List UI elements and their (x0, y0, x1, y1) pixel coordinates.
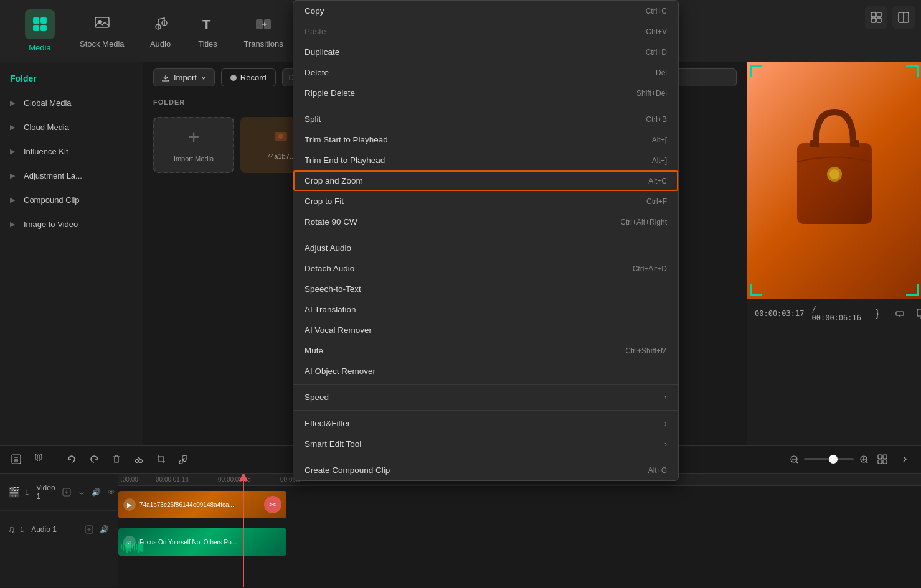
menu-rotate[interactable]: Rotate 90 CW Ctrl+Alt+Right (293, 212, 678, 232)
arrow-icon: ▶ (10, 196, 15, 204)
menu-divider-3 (293, 384, 678, 385)
zoom-minus-icon (789, 454, 799, 464)
profile-icon[interactable] (892, 6, 915, 29)
menu-effect-filter[interactable]: Effect&Filter › (293, 413, 678, 434)
track-link-icon[interactable] (75, 486, 88, 498)
track-eye-icon[interactable]: 👁 (105, 486, 118, 498)
import-button[interactable]: Import (153, 68, 215, 86)
menu-detach-audio[interactable]: Detach Audio Ctrl+Alt+D (293, 258, 678, 279)
current-time: 00:00:03:17 (755, 309, 804, 318)
nav-titles[interactable]: T Titles (184, 7, 232, 55)
add-track-button[interactable] (7, 450, 25, 468)
preview-corner-br (906, 284, 919, 296)
menu-delete-label: Delete (305, 68, 329, 77)
menu-ai-translation[interactable]: AI Translation (293, 299, 678, 320)
track-add-icon[interactable] (60, 486, 73, 498)
timeline-zoom (789, 450, 914, 468)
menu-trim-start[interactable]: Trim Start to Playhead Alt+[ (293, 129, 678, 150)
sidebar-header: Folder (0, 68, 143, 91)
menu-crop-zoom[interactable]: Crop and Zoom Alt+C (293, 170, 678, 191)
svg-rect-37 (878, 455, 882, 459)
nav-transitions[interactable]: Transitions (232, 7, 296, 55)
audio-clip-button[interactable] (175, 450, 192, 468)
import-label: Import (174, 73, 197, 82)
menu-speed[interactable]: Speed › (293, 387, 678, 408)
stock-media-icon (91, 13, 113, 35)
sidebar-item-adjustment-layer[interactable]: ▶ Adjustment La... (0, 164, 143, 188)
menu-crop-fit[interactable]: Crop to Fit Ctrl+F (293, 191, 678, 212)
undo-button[interactable] (63, 450, 80, 468)
svg-rect-3 (40, 25, 47, 31)
menu-divider-4 (293, 410, 678, 411)
sidebar-item-image-to-video[interactable]: ▶ Image to Video (0, 212, 143, 236)
delete-button[interactable] (108, 450, 125, 468)
sidebar-item-influence-kit[interactable]: ▶ Influence Kit (0, 139, 143, 164)
menu-ai-vocal-label: AI Vocal Remover (305, 325, 372, 335)
audio-track-add-icon[interactable] (83, 523, 95, 536)
menu-ai-vocal[interactable]: AI Vocal Remover (293, 320, 678, 340)
zoom-slider[interactable] (804, 458, 854, 460)
menu-ripple-delete[interactable]: Ripple Delete Shift+Del (293, 83, 678, 103)
menu-create-compound-clip[interactable]: Create Compound Clip Alt+G (293, 460, 678, 480)
preview-area (747, 62, 921, 299)
redo-button[interactable] (85, 450, 103, 468)
menu-paste[interactable]: Paste Ctrl+V (293, 21, 678, 42)
menu-speech-text[interactable]: Speech-to-Text (293, 279, 678, 299)
audio-track-volume-icon[interactable]: 🔊 (98, 523, 110, 536)
menu-ripple-delete-shortcut: Shift+Del (636, 89, 667, 98)
track-volume-icon[interactable]: 🔊 (90, 486, 103, 498)
magnet-button[interactable] (30, 450, 47, 468)
zoom-handle[interactable] (829, 455, 838, 464)
add-media-card[interactable]: + Import Media (153, 117, 234, 173)
svg-point-29 (139, 460, 143, 463)
align-icon[interactable] (891, 305, 909, 322)
menu-copy[interactable]: Copy Ctrl+C (293, 1, 678, 21)
arrow-icon: ▶ (10, 147, 15, 156)
record-button[interactable]: Record (221, 68, 276, 86)
menu-paste-shortcut: Ctrl+V (646, 27, 667, 36)
menu-detach-audio-shortcut: Ctrl+Alt+D (633, 264, 667, 273)
menu-mute[interactable]: Mute Ctrl+Shift+M (293, 340, 678, 361)
menu-smart-edit[interactable]: Smart Edit Tool › (293, 434, 678, 454)
menu-delete[interactable]: Delete Del (293, 62, 678, 83)
audio-track: ♫ Focus On Yourself No. Others Po... (118, 523, 921, 561)
svg-point-28 (136, 460, 139, 463)
crop-button[interactable] (153, 450, 170, 468)
menu-adjust-audio[interactable]: Adjust Audio (293, 238, 678, 258)
menu-ai-object[interactable]: AI Object Remover (293, 361, 678, 381)
menu-mute-label: Mute (305, 346, 323, 355)
monitor-icon[interactable] (914, 305, 921, 322)
playhead[interactable] (243, 474, 244, 587)
sidebar-item-compound-clip[interactable]: ▶ Compound Clip (0, 188, 143, 212)
sidebar-item-global-media[interactable]: ▶ Global Media (0, 91, 143, 115)
grid-view-icon[interactable] (865, 6, 887, 29)
bracket-icon[interactable]: } (869, 305, 886, 322)
timeline-arrow-icon[interactable] (896, 450, 914, 468)
video-clip[interactable]: ▶ 74a1b73c26f86144e09148a4fca... ✂ (118, 491, 286, 518)
menu-duplicate[interactable]: Duplicate Ctrl+D (293, 42, 678, 62)
timeline-tracks: :00:00 00:00:01:16 00:00:03:08 00:00:0 ▶… (118, 474, 921, 587)
svg-rect-11 (877, 12, 881, 17)
menu-speed-label: Speed (305, 393, 329, 402)
sidebar-item-label: Influence Kit (24, 147, 68, 156)
scissors-button[interactable] (130, 450, 148, 468)
nav-media[interactable]: Media (12, 3, 67, 58)
menu-crop-fit-shortcut: Ctrl+F (646, 197, 667, 206)
menu-paste-label: Paste (305, 27, 326, 36)
svg-rect-1 (40, 17, 47, 24)
arrow-icon: ▶ (10, 172, 15, 180)
nav-audio[interactable]: Audio (137, 7, 184, 55)
menu-trim-end[interactable]: Trim End to Playhead Alt+] (293, 150, 678, 170)
nav-stock-media[interactable]: Stock Media (67, 7, 137, 55)
timeline-grid-icon[interactable] (874, 450, 891, 468)
menu-duplicate-shortcut: Ctrl+D (646, 48, 667, 57)
sidebar-item-label: Image to Video (24, 220, 78, 229)
zoom-plus-icon (859, 454, 869, 464)
top-right-icons (865, 6, 915, 29)
record-dot (230, 75, 237, 81)
scissors-action-button[interactable]: ✂ (264, 496, 281, 513)
sidebar-item-cloud-media[interactable]: ▶ Cloud Media (0, 115, 143, 139)
audio-clip[interactable]: ♫ Focus On Yourself No. Others Po... (118, 528, 286, 556)
ruler-mark-0: :00:00 (121, 476, 138, 483)
menu-split[interactable]: Split Ctrl+B (293, 109, 678, 129)
